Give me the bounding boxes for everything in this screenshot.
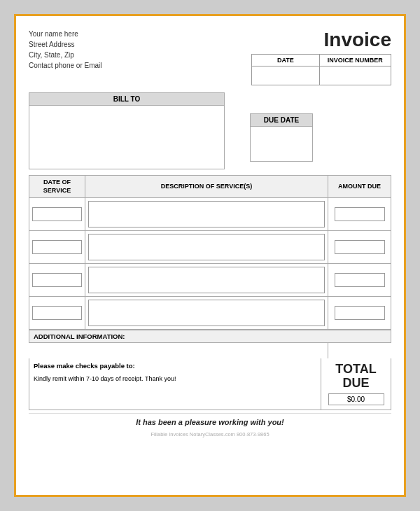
additional-info-header: ADDITIONAL INFORMATION: [29, 330, 391, 342]
amount-input-1[interactable] [335, 207, 385, 221]
due-date-section: DUE DATE [250, 113, 313, 169]
sender-info: Your name here Street Address City, Stat… [29, 29, 102, 71]
col-date-header: DATE OFSERVICE [29, 176, 85, 198]
additional-info-right-input[interactable] [328, 343, 391, 358]
desc-cell-2[interactable] [85, 231, 328, 264]
table-row [29, 297, 391, 330]
invoice-page: Your name here Street Address City, Stat… [14, 14, 406, 497]
desc-cell-3[interactable] [85, 264, 328, 297]
date-header: DATE [252, 55, 320, 66]
total-amount-value: $0.00 [328, 393, 384, 405]
date-input-3[interactable] [32, 273, 82, 287]
amount-input-2[interactable] [335, 240, 385, 254]
pleasure-section: It has been a pleasure working with you! [29, 413, 391, 428]
footer-left: Please make checks payable to: Kindly re… [29, 358, 321, 410]
number-header: INVOICE NUMBER [319, 55, 391, 66]
col-desc-header: DESCRIPTION OF SERVICE(S) [85, 176, 328, 198]
footer-section: Please make checks payable to: Kindly re… [29, 358, 391, 410]
services-table: DATE OFSERVICE DESCRIPTION OF SERVICE(S)… [29, 175, 391, 330]
additional-info-row [29, 342, 391, 358]
desc-cell-4[interactable] [85, 297, 328, 330]
invoice-title: Invoice [324, 29, 391, 51]
table-row [29, 231, 391, 264]
bill-to-textarea[interactable] [29, 106, 224, 169]
bill-to-content[interactable] [29, 106, 224, 169]
fillable-footer: Fillable Invoices NotaryClasses.com 800-… [29, 431, 391, 438]
amount-cell-3[interactable] [328, 264, 391, 297]
date-number-table: DATE INVOICE NUMBER [251, 54, 391, 85]
date-cell-2[interactable] [29, 231, 85, 264]
amount-cell-1[interactable] [328, 198, 391, 231]
date-cell-3[interactable] [29, 264, 85, 297]
date-input-4[interactable] [32, 306, 82, 320]
desc-cell-1[interactable] [85, 198, 328, 231]
due-date-box[interactable] [250, 127, 313, 162]
amount-cell-4[interactable] [328, 297, 391, 330]
due-date-label: DUE DATE [250, 113, 313, 127]
amount-cell-2[interactable] [328, 231, 391, 264]
total-due-box: TOTAL DUE $0.00 [321, 358, 391, 410]
date-value-cell[interactable] [252, 66, 320, 85]
desc-input-1[interactable] [88, 201, 325, 227]
invoice-right: Invoice DATE INVOICE NUMBER [251, 29, 391, 85]
desc-input-2[interactable] [88, 234, 325, 260]
date-cell-4[interactable] [29, 297, 85, 330]
sender-city: City, State, Zip [29, 50, 102, 60]
date-cell-1[interactable] [29, 198, 85, 231]
sender-contact: Contact phone or Email [29, 60, 102, 71]
desc-input-4[interactable] [88, 300, 325, 326]
date-input-2[interactable] [32, 240, 82, 254]
invoice-number-input[interactable] [326, 72, 385, 79]
checks-payable-label: Please make checks payable to: [34, 362, 316, 370]
due-date-input[interactable] [251, 127, 312, 161]
col-amount-header: AMOUNT DUE [328, 176, 391, 198]
remit-notice: Kindly remit within 7-10 days of receipt… [34, 375, 316, 382]
date-input-1[interactable] [32, 207, 82, 221]
desc-input-3[interactable] [88, 267, 325, 293]
additional-info-input[interactable] [29, 343, 328, 358]
table-row [29, 264, 391, 297]
amount-input-3[interactable] [335, 273, 385, 287]
amount-input-4[interactable] [335, 306, 385, 320]
table-row [29, 198, 391, 231]
header-section: Your name here Street Address City, Stat… [29, 29, 391, 85]
bill-to-box: BILL TO [29, 92, 225, 169]
date-input[interactable] [258, 72, 314, 79]
number-value-cell[interactable] [319, 66, 391, 85]
bill-due-section: BILL TO DUE DATE [29, 92, 391, 169]
sender-address: Street Address [29, 39, 102, 50]
total-due-label: TOTAL DUE [335, 363, 376, 391]
sender-name: Your name here [29, 29, 102, 39]
bill-to-header: BILL TO [29, 93, 224, 106]
